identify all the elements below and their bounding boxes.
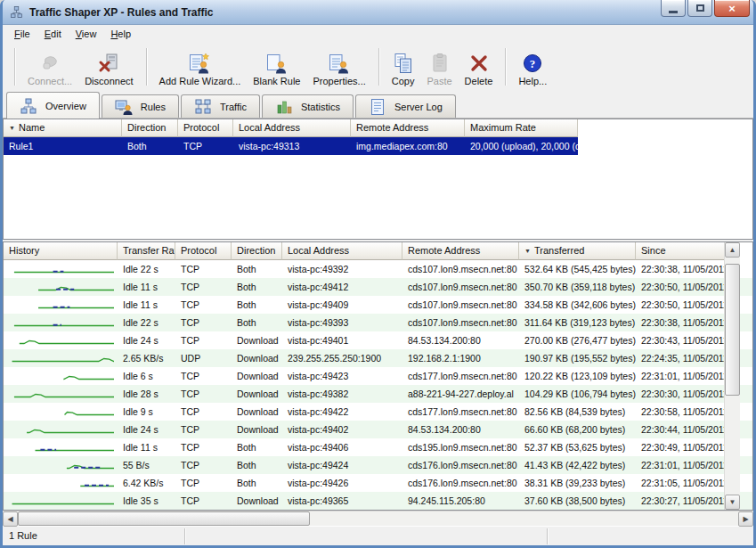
rules-table-body: Rule1BothTCPvista-pc:49313img.mediapex.c… — [4, 137, 752, 155]
traffic-table-row[interactable]: Idle 24 sTCPDownloadvista-pc:4940184.53.… — [4, 331, 752, 349]
scroll-up-button[interactable]: ▲ — [725, 242, 740, 258]
traffic-cell-protocol: TCP — [175, 367, 232, 385]
tab-label-server-log: Server Log — [394, 102, 443, 112]
rules-column-label: Local Address — [239, 122, 300, 133]
horizontal-scrollbar[interactable]: ◀ ▶ — [3, 511, 753, 526]
traffic-column-since[interactable]: Since — [636, 242, 725, 260]
traffic-column-label: Direction — [237, 245, 275, 256]
menu-edit[interactable]: Edit — [37, 27, 69, 41]
vertical-scroll-thumb[interactable] — [725, 264, 740, 396]
title-bar[interactable]: Traffic Shaper XP - Rules and Traffic × — [3, 0, 753, 25]
rules-column-maximum-rate[interactable]: Maximum Rate — [465, 119, 578, 137]
traffic-cell-remote-address: cds177.lon9.msecn.net:80 — [402, 367, 519, 385]
help-label: Help... — [518, 76, 547, 86]
traffic-cell-transfer-rate: Idle 6 s — [118, 367, 175, 385]
traffic-cell-protocol: TCP — [175, 314, 232, 331]
menu-view[interactable]: View — [69, 27, 104, 41]
traffic-table-row[interactable]: Idle 22 sTCPBothvista-pc:49392cds107.lon… — [4, 260, 752, 278]
minimize-button[interactable] — [661, 0, 686, 17]
traffic-cell-local-address: vista-pc:49424 — [282, 456, 402, 474]
server-log-icon — [369, 98, 386, 116]
traffic-column-protocol[interactable]: Protocol — [175, 242, 232, 260]
disconnect-button[interactable]: Disconnect — [78, 45, 139, 88]
history-sparkline — [4, 474, 118, 492]
traffic-cell-since: 22:30:43, 11/05/2011 — [636, 331, 725, 349]
minimize-icon — [669, 11, 678, 13]
traffic-cell-since: 22:30:44, 11/05/2011 — [636, 421, 725, 438]
traffic-table-row[interactable]: Idle 28 sTCPDownloadvista-pc:49382a88-22… — [4, 385, 752, 403]
help-button[interactable]: ?Help... — [512, 45, 553, 88]
copy-button[interactable]: Copy — [386, 45, 421, 88]
traffic-table-row[interactable]: Idle 35 sTCPDownloadvista-pc:4936594.245… — [4, 492, 752, 510]
rules-column-remote-address[interactable]: Remote Address — [351, 119, 465, 137]
close-button[interactable]: × — [714, 0, 750, 17]
traffic-cell-direction: Download — [232, 367, 282, 385]
tab-statistics[interactable]: Statistics — [262, 94, 354, 118]
traffic-table-row[interactable]: Idle 11 sTCPBothvista-pc:49409cds107.lon… — [4, 296, 752, 314]
traffic-cell-remote-address: cds107.lon9.msecn.net:80 — [402, 260, 519, 278]
traffic-cell-transferred: 350.70 KB (359,118 bytes) — [519, 278, 636, 296]
tab-overview[interactable]: Overview — [6, 92, 100, 119]
traffic-column-label: Remote Address — [408, 245, 480, 256]
traffic-table-row[interactable]: Idle 24 sTCPDownloadvista-pc:4940284.53.… — [4, 421, 752, 438]
blank-rule-button[interactable]: Blank Rule — [247, 45, 306, 88]
scroll-left-button[interactable]: ◀ — [3, 511, 18, 527]
rules-column-direction[interactable]: Direction — [122, 119, 178, 137]
maximize-button[interactable] — [687, 0, 712, 17]
traffic-table-row[interactable]: Idle 11 sTCPBothvista-pc:49406cds195.lon… — [4, 438, 752, 456]
traffic-cell-transfer-rate: 2.65 KB/s — [118, 349, 175, 367]
traffic-cell-remote-address: a88-221-94-227.deploy.al — [402, 385, 519, 403]
traffic-column-history[interactable]: History — [4, 242, 118, 260]
menu-help[interactable]: Help — [103, 27, 138, 41]
tab-rules[interactable]: Rules — [102, 94, 179, 118]
traffic-table-row[interactable]: Idle 6 sTCPDownloadvista-pc:49423cds177.… — [4, 367, 752, 385]
delete-button[interactable]: Delete — [459, 45, 500, 88]
traffic-cell-since: 22:24:35, 11/05/2011 — [636, 349, 725, 367]
traffic-cell-protocol: TCP — [175, 385, 232, 403]
traffic-cell-transfer-rate: Idle 24 s — [118, 421, 175, 438]
traffic-cell-local-address: vista-pc:49382 — [282, 385, 402, 403]
traffic-cell-protocol: TCP — [175, 278, 232, 296]
traffic-column-direction[interactable]: Direction — [232, 242, 282, 260]
traffic-table-row[interactable]: Idle 9 sTCPDownloadvista-pc:49422cds177.… — [4, 403, 752, 421]
overview-icon — [20, 97, 37, 115]
traffic-cell-transfer-rate: 55 B/s — [118, 456, 175, 474]
history-sparkline — [4, 296, 118, 314]
traffic-cell-transfer-rate: Idle 9 s — [118, 403, 175, 421]
rules-column-name[interactable]: ▼Name — [4, 119, 122, 137]
horizontal-scroll-thumb[interactable] — [18, 511, 310, 526]
traffic-table-row[interactable]: 55 B/sTCPBothvista-pc:49424cds176.lon9.m… — [4, 456, 752, 474]
traffic-cell-since: 22:30:58, 11/05/2011 — [636, 403, 725, 421]
tab-server-log[interactable]: Server Log — [355, 94, 456, 118]
traffic-column-local-address[interactable]: Local Address — [282, 242, 402, 260]
rules-column-label: Protocol — [183, 122, 219, 133]
traffic-column-transferred[interactable]: ▼Transferred — [519, 242, 636, 260]
traffic-column-transfer-rate[interactable]: Transfer Rate — [118, 242, 175, 260]
close-icon: × — [728, 3, 736, 14]
tab-traffic[interactable]: Traffic — [181, 94, 260, 118]
rules-column-label: Maximum Rate — [470, 122, 536, 133]
scroll-right-button[interactable]: ▶ — [738, 511, 753, 527]
traffic-cell-direction: Both — [232, 438, 282, 456]
traffic-column-remote-address[interactable]: Remote Address — [402, 242, 519, 260]
traffic-cell-transfer-rate: Idle 11 s — [118, 438, 175, 456]
traffic-table-row[interactable]: 6.42 KB/sTCPBothvista-pc:49426cds176.lon… — [4, 474, 752, 492]
rules-table-row[interactable]: Rule1BothTCPvista-pc:49313img.mediapex.c… — [4, 137, 578, 155]
add-rule-wizard-button[interactable]: Add Rule Wizard... — [153, 45, 248, 88]
traffic-table-row[interactable]: Idle 22 sTCPBothvista-pc:49393cds107.lon… — [4, 314, 752, 331]
traffic-cell-transfer-rate: Idle 11 s — [118, 278, 175, 296]
status-bar: 1 Rule — [3, 526, 753, 545]
traffic-table-row[interactable]: Idle 11 sTCPBothvista-pc:49412cds107.lon… — [4, 278, 752, 296]
traffic-column-label: Local Address — [288, 245, 349, 256]
svg-text:?: ? — [530, 57, 536, 70]
properties-button[interactable]: Properties... — [306, 45, 371, 88]
menu-file[interactable]: File — [7, 27, 37, 41]
scroll-down-button[interactable]: ▼ — [725, 495, 740, 510]
vertical-scrollbar[interactable]: ▲ ▼ — [724, 242, 740, 510]
rules-column-local-address[interactable]: Local Address — [233, 119, 351, 137]
traffic-cell-protocol: TCP — [175, 331, 232, 349]
rules-column-protocol[interactable]: Protocol — [178, 119, 233, 137]
traffic-column-label: Transferred — [534, 245, 584, 256]
traffic-table-row[interactable]: 2.65 KB/sUDPDownload239.255.255.250:1900… — [4, 349, 752, 367]
statistics-icon — [275, 98, 293, 116]
